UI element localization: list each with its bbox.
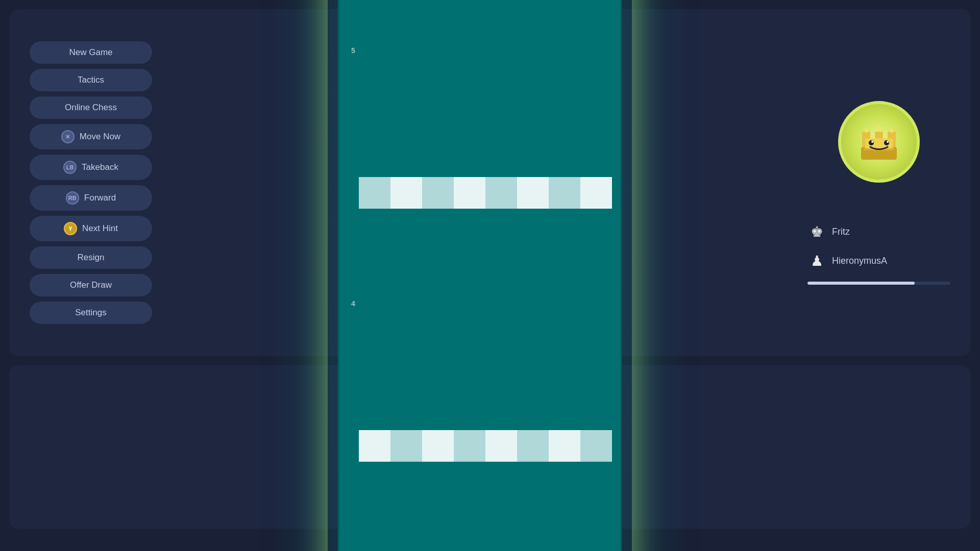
- online-chess-label: Online Chess: [65, 103, 117, 113]
- next-hint-label: Next Hint: [82, 223, 118, 234]
- player-top-row: ♚ Fritz: [807, 223, 950, 240]
- progress-bar: [807, 282, 950, 285]
- cell-b4[interactable]: [390, 177, 422, 209]
- cell-c3[interactable]: [422, 430, 454, 462]
- fritz-logo-svg: [851, 114, 907, 170]
- move-now-button[interactable]: ✕ Move Now: [30, 124, 152, 149]
- cell-d3[interactable]: [454, 430, 485, 462]
- left-menu: New Game Tactics Online Chess ✕ Move Now…: [30, 41, 152, 324]
- rank-3-cells[interactable]: [359, 430, 612, 551]
- new-game-button[interactable]: New Game: [30, 41, 152, 64]
- cell-f3[interactable]: [517, 430, 549, 462]
- cell-e4[interactable]: [485, 177, 517, 209]
- offer-draw-label: Offer Draw: [70, 280, 112, 290]
- board-inner: 8 ♜ ♞ ♝ ♛ ♚ ♝ ♞ ♜: [348, 0, 612, 551]
- board-glow: 8 ♜ ♞ ♝ ♛ ♚ ♝ ♞ ♜: [328, 0, 632, 551]
- rank-5-cells[interactable]: [359, 0, 612, 177]
- logo-circle: [838, 101, 920, 183]
- settings-button[interactable]: Settings: [30, 302, 152, 324]
- top-player-piece: ♚: [807, 223, 826, 240]
- resign-button[interactable]: Resign: [30, 246, 152, 269]
- svg-point-10: [864, 129, 868, 133]
- rank-row-3: 3: [348, 430, 612, 551]
- cell-f4[interactable]: [517, 177, 549, 209]
- cell-g3[interactable]: [549, 430, 580, 462]
- rank-4-cells[interactable]: [359, 177, 612, 430]
- x-icon: ✕: [61, 130, 75, 143]
- takeback-button[interactable]: LB Takeback: [30, 155, 152, 180]
- bottom-player-piece: ♟: [807, 253, 826, 269]
- forward-label: Forward: [84, 193, 116, 203]
- svg-point-11: [876, 126, 881, 131]
- players-section: ♚ Fritz ♟ HieronymusA: [807, 223, 950, 285]
- cell-d4[interactable]: [454, 177, 485, 209]
- next-hint-button[interactable]: Y Next Hint: [30, 216, 152, 241]
- lb-icon: LB: [63, 161, 77, 174]
- board-container: 8 ♜ ♞ ♝ ♛ ♚ ♝ ♞ ♜: [173, 0, 787, 551]
- resign-label: Resign: [78, 253, 105, 263]
- rank-row-4: 4: [348, 177, 612, 430]
- cell-b3[interactable]: [390, 430, 422, 462]
- cell-c4[interactable]: [422, 177, 454, 209]
- player-bottom-row: ♟ HieronymusA: [807, 253, 950, 269]
- cell-h3[interactable]: [580, 430, 612, 462]
- main-panel: New Game Tactics Online Chess ✕ Move Now…: [9, 9, 971, 356]
- svg-point-7: [884, 140, 889, 145]
- right-panel: ♚ Fritz ♟ HieronymusA: [807, 19, 950, 346]
- takeback-label: Takeback: [82, 162, 118, 172]
- online-chess-button[interactable]: Online Chess: [30, 96, 152, 119]
- tactics-label: Tactics: [78, 75, 104, 85]
- tactics-button[interactable]: Tactics: [30, 69, 152, 91]
- move-now-label: Move Now: [80, 132, 120, 142]
- svg-point-6: [869, 140, 874, 145]
- progress-bar-fill: [807, 282, 915, 285]
- rb-icon: RB: [66, 191, 79, 205]
- bottom-player-name: HieronymusA: [832, 256, 887, 266]
- new-game-label: New Game: [69, 47, 112, 58]
- settings-label: Settings: [75, 308, 106, 318]
- top-player-name: Fritz: [832, 227, 850, 237]
- cell-h4[interactable]: [580, 177, 612, 209]
- cell-g4[interactable]: [549, 177, 580, 209]
- cell-a3[interactable]: [359, 430, 390, 462]
- svg-point-8: [871, 141, 873, 143]
- cell-e3[interactable]: [485, 430, 517, 462]
- rank-4: 4: [348, 299, 359, 308]
- forward-button[interactable]: RB Forward: [30, 185, 152, 211]
- offer-draw-button[interactable]: Offer Draw: [30, 274, 152, 296]
- y-icon: Y: [64, 222, 77, 235]
- svg-point-12: [890, 129, 894, 133]
- board-wrapper: 8 ♜ ♞ ♝ ♛ ♚ ♝ ♞ ♜: [338, 0, 622, 551]
- svg-point-9: [887, 141, 889, 143]
- cell-a4[interactable]: [359, 177, 390, 209]
- rank-5: 5: [348, 46, 359, 55]
- chess-grid-rows: 8 ♜ ♞ ♝ ♛ ♚ ♝ ♞ ♜: [348, 0, 612, 551]
- rank-row-5: 5: [348, 0, 612, 177]
